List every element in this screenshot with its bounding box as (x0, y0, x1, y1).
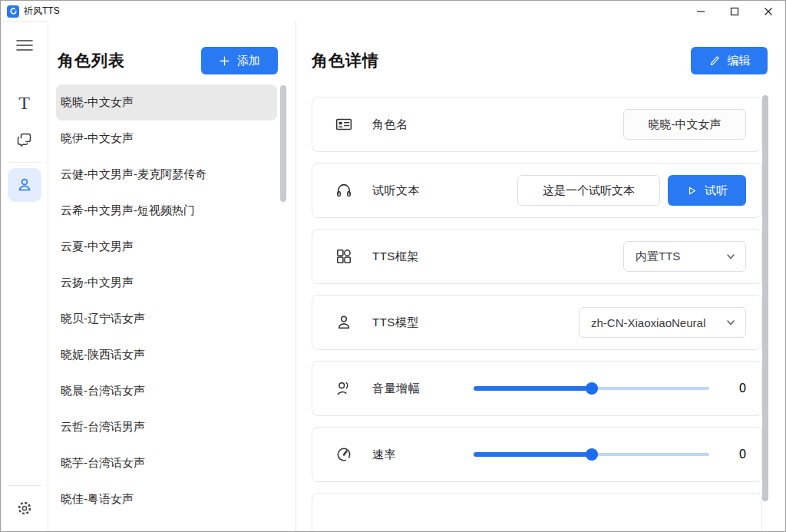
settings-icon[interactable] (8, 491, 41, 525)
rail-divider (8, 162, 41, 163)
rate-value: 0 (709, 448, 746, 461)
field-preview-text: 试听文本 试听 (312, 163, 762, 218)
role-list-item[interactable]: 云哲-台湾话男声 (56, 409, 277, 445)
role-list-item[interactable]: 云健-中文男声-麦克阿瑟传奇 (56, 157, 277, 193)
window-title: 祈风TTS (24, 5, 60, 18)
volume-gain-value: 0 (709, 382, 746, 395)
add-role-label: 添加 (237, 54, 260, 68)
volume-slider[interactable] (474, 382, 709, 395)
minimize-button[interactable] (684, 1, 718, 21)
maximize-button[interactable] (718, 1, 751, 21)
rate-slider[interactable] (474, 448, 709, 461)
framework-icon (335, 248, 352, 265)
role-list-panel: 角色列表 添加 晓晓-中文女声 晓伊-中文女声 云健-中文男声-麦克阿瑟传奇 云… (48, 21, 296, 531)
role-list-item[interactable]: 晓贝-辽宁话女声 (56, 301, 277, 337)
field-tts-framework: TTS框架 内置TTS (312, 229, 762, 284)
role-list-title: 角色列表 (58, 50, 125, 71)
role-name-label: 角色名 (372, 117, 408, 132)
detail-cards: 角色名 晓晓-中文女声 试听文本 (312, 97, 762, 531)
role-list: 晓晓-中文女声 晓伊-中文女声 云健-中文男声-麦克阿瑟传奇 云希-中文男声-短… (56, 84, 277, 517)
tts-framework-select[interactable]: 内置TTS (623, 241, 746, 272)
tts-framework-label: TTS框架 (372, 249, 419, 264)
close-button[interactable] (751, 1, 785, 21)
role-list-item[interactable]: 晓晨-台湾话女声 (56, 373, 277, 409)
field-rate: 速率 0 (312, 427, 762, 482)
role-list-item[interactable]: 云夏-中文男声 (56, 229, 277, 265)
chat-tool-icon[interactable] (8, 123, 41, 157)
role-list-item[interactable]: 晓佳-粤语女声 (56, 481, 277, 517)
menu-icon[interactable] (8, 28, 41, 62)
tts-model-label: TTS模型 (372, 316, 419, 330)
role-list-scrollbar[interactable] (280, 85, 286, 202)
window-controls (684, 1, 785, 21)
role-list-item[interactable]: 云扬-中文男声 (56, 265, 277, 301)
edit-button[interactable]: 编辑 (691, 47, 768, 74)
plus-icon (219, 55, 230, 67)
role-list-item[interactable]: 云希-中文男声-短视频热门 (56, 193, 277, 229)
preview-text-label: 试听文本 (372, 183, 420, 198)
id-card-icon (335, 116, 352, 133)
play-icon (686, 185, 698, 197)
role-name-value: 晓晓-中文女声 (623, 109, 746, 140)
role-list-item[interactable]: 晓晓-中文女声 (56, 84, 277, 121)
icon-rail: T (1, 21, 48, 531)
edit-button-label: 编辑 (728, 54, 751, 68)
field-volume-gain: 音量增幅 0 (312, 361, 762, 416)
rail-divider-bottom (8, 485, 41, 486)
speedometer-icon (335, 446, 352, 463)
field-role-name: 角色名 晓晓-中文女声 (312, 97, 762, 152)
role-list-item[interactable]: 晓伊-中文女声 (56, 121, 277, 157)
detail-scrollbar[interactable] (762, 95, 768, 501)
chevron-down-icon (725, 251, 736, 262)
person-icon (335, 314, 352, 331)
field-tts-model: TTS模型 zh-CN-XiaoxiaoNeural (312, 295, 762, 350)
role-detail-title: 角色详情 (312, 50, 379, 71)
headphones-icon (335, 182, 352, 199)
tts-framework-value: 内置TTS (636, 249, 680, 264)
role-list-item[interactable]: 晓妮-陕西话女声 (56, 337, 277, 373)
add-role-button[interactable]: 添加 (201, 47, 278, 74)
pencil-icon (708, 55, 721, 67)
field-next-partial (312, 493, 762, 531)
tts-model-select[interactable]: zh-CN-XiaoxiaoNeural (579, 307, 746, 338)
roles-tab-icon[interactable] (8, 168, 41, 202)
listen-button[interactable]: 试听 (668, 175, 746, 206)
rate-label: 速率 (372, 448, 396, 462)
preview-text-input[interactable] (517, 175, 660, 206)
role-list-item[interactable]: 晓芋-台湾话女声 (56, 445, 277, 481)
chevron-down-icon (725, 317, 736, 328)
app-window: { "window": { "title": "祈风TTS", "control… (0, 0, 786, 532)
tts-model-value: zh-CN-XiaoxiaoNeural (591, 316, 705, 329)
volume-slider-thumb[interactable] (586, 382, 598, 395)
volume-gain-label: 音量增幅 (372, 382, 420, 396)
text-tool-icon[interactable]: T (8, 86, 41, 120)
app-logo-icon (7, 5, 19, 18)
voice-icon (335, 380, 352, 397)
rate-slider-thumb[interactable] (586, 448, 598, 461)
role-detail-panel: 角色详情 编辑 角色名 晓晓-中文女声 (296, 21, 785, 531)
listen-button-label: 试听 (705, 183, 728, 198)
titlebar: 祈风TTS (1, 1, 785, 21)
